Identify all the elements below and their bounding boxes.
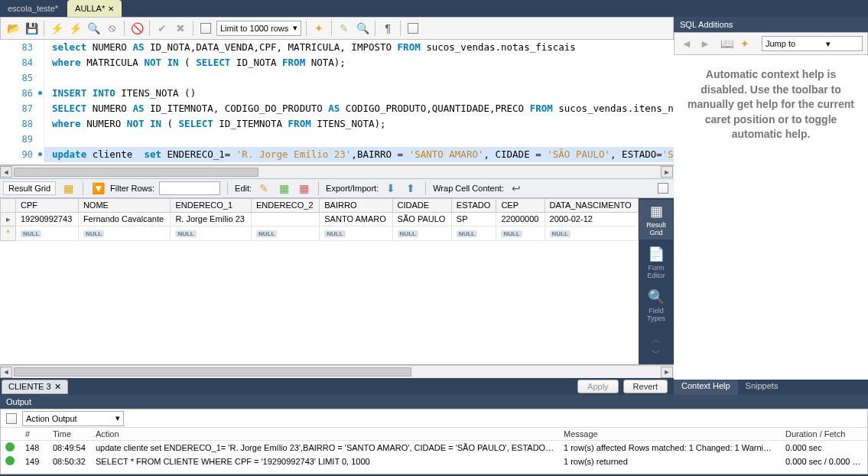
grid-cell[interactable]: NULL (451, 226, 496, 240)
explain-icon[interactable]: 🔍 (86, 21, 101, 36)
output-type-dropdown[interactable]: Action Output ▾ (22, 411, 124, 426)
column-header[interactable]: CEP (496, 198, 545, 212)
search-icon[interactable]: 🔍 (355, 21, 370, 36)
filter-icon[interactable]: 🔽 (90, 181, 106, 196)
commit-off-icon[interactable]: 🚫 (129, 21, 145, 36)
import-icon[interactable]: ⬆ (403, 181, 418, 196)
nav-fwd-icon[interactable]: ► (697, 36, 713, 51)
tab-inactive[interactable]: escola_teste* (0, 0, 66, 17)
panel-toggle-icon[interactable] (655, 181, 671, 196)
output-row[interactable]: 14808:49:54update cliente set ENDERECO_1… (1, 441, 867, 455)
execute-current-icon[interactable]: ⚡ (67, 21, 83, 36)
brush-icon[interactable]: ✎ (336, 21, 352, 36)
edit-icon[interactable]: ✎ (256, 181, 271, 196)
filter-input[interactable] (159, 181, 220, 195)
grid-cell[interactable] (251, 212, 319, 226)
output-view-icon[interactable] (4, 411, 19, 426)
sql-editor[interactable]: 8384858687888990 select NUMERO AS ID_NOT… (0, 40, 674, 165)
execute-icon[interactable]: ⚡ (49, 21, 64, 36)
result-grid[interactable]: CPFNOMEENDERECO_1ENDERECO_2BAIRROCIDADEE… (0, 198, 639, 365)
side-collapse-icon[interactable]: ︿﹀ (652, 334, 661, 360)
output-header: # (21, 428, 48, 441)
scroll-left-icon[interactable]: ◄ (0, 166, 12, 178)
grid-cell[interactable]: R. Jorge Emílio 23 (171, 212, 252, 226)
result-toolbar: Result Grid ▦ 🔽 Filter Rows: Edit: ✎ ▦ ▦… (0, 178, 674, 198)
close-icon[interactable]: ✕ (54, 382, 61, 392)
editor-toolbar: 📂 💾 ⚡ ⚡ 🔍 ⦸ 🚫 ✔ ✖ Limit to 1000 rows ▾ ✦… (0, 17, 674, 40)
grid-cell[interactable]: NULL (320, 226, 392, 240)
stop-icon[interactable]: ⦸ (104, 21, 119, 36)
code-lines[interactable]: select NUMERO AS ID_NOTA,DATA_VENDA,CPF,… (44, 40, 674, 165)
tab-snippets[interactable]: Snippets (738, 380, 786, 395)
grid-cell[interactable]: NULL (545, 226, 638, 240)
close-icon[interactable]: ✕ (108, 5, 114, 13)
wrap-toggle-icon[interactable]: ↩ (509, 181, 524, 196)
beautify-icon[interactable]: ✦ (311, 21, 327, 36)
tab-active[interactable]: AULLA* ✕ (67, 0, 122, 17)
right-bottom-tabs: Context Help Snippets (674, 380, 868, 395)
output-row[interactable]: 14908:50:32SELECT * FROM CLIENTE WHERE C… (1, 455, 867, 468)
side-tab-form-editor[interactable]: 📄Form Editor (639, 243, 673, 282)
result-tab[interactable]: CLIENTE 3 ✕ (2, 380, 68, 394)
editor-hscroll[interactable]: ◄ ► (0, 165, 674, 178)
help-icon[interactable]: 📖 (719, 36, 734, 51)
right-panel-title: SQL Additions (674, 17, 868, 32)
column-header[interactable]: ENDERECO_2 (251, 198, 319, 212)
jump-dropdown[interactable]: Jump to ▾ (762, 36, 863, 51)
grid-cell[interactable]: SP (451, 212, 496, 226)
row-selector[interactable]: ▸ (1, 212, 16, 226)
grid-hscroll[interactable]: ◄ ► (0, 365, 674, 378)
column-header[interactable]: BAIRRO (320, 198, 392, 212)
grid-cell[interactable]: NULL (496, 226, 545, 240)
output-header: Duration / Fetch (781, 428, 867, 441)
grid-cell[interactable]: NULL (78, 226, 171, 240)
grid-cell[interactable]: 22000000 (496, 212, 545, 226)
column-header[interactable]: CIDADE (392, 198, 451, 212)
save-icon[interactable]: 💾 (24, 21, 39, 36)
scroll-left-icon[interactable]: ◄ (0, 367, 12, 378)
scroll-right-icon[interactable]: ► (661, 367, 673, 378)
scroll-thumb[interactable] (14, 168, 258, 177)
apply-button[interactable]: Apply (577, 380, 619, 393)
column-header[interactable]: DATA_NASCIMENTO (545, 198, 638, 212)
row-selector[interactable]: * (1, 226, 16, 240)
side-tab-field-types[interactable]: 🔍Field Types (639, 285, 673, 325)
grid-cell[interactable]: 2000-02-12 (545, 212, 638, 226)
types-icon: 🔍 (648, 289, 665, 305)
wrap-icon[interactable] (405, 21, 421, 36)
grid-cell[interactable]: NULL (16, 226, 79, 240)
column-header[interactable]: NOME (78, 198, 171, 212)
open-icon[interactable]: 📂 (5, 21, 21, 36)
side-tab-result-grid[interactable]: ▦Result Grid (639, 200, 673, 240)
grid-cell[interactable]: NULL (171, 226, 252, 240)
autocommit-icon[interactable] (198, 21, 213, 36)
result-grid-label: Result Grid (3, 181, 56, 195)
gutter: 8384858687888990 (0, 40, 44, 165)
edit-add-icon[interactable]: ▦ (276, 181, 291, 196)
scroll-thumb[interactable] (14, 367, 411, 377)
column-header[interactable]: ENDERECO_1 (171, 198, 252, 212)
auto-help-icon[interactable]: ✦ (737, 36, 753, 51)
export-icon[interactable]: ⬇ (383, 181, 398, 196)
grid-cell[interactable]: Fernando Cavalcante (78, 212, 171, 226)
scroll-right-icon[interactable]: ► (661, 166, 673, 178)
grid-cell[interactable]: NULL (251, 226, 319, 240)
rollback-icon[interactable]: ✖ (173, 21, 188, 36)
output-panel: Output Action Output ▾ #TimeActionMessag… (0, 395, 868, 476)
revert-button[interactable]: Revert (623, 380, 668, 393)
grid-cell[interactable]: SÃO PAULO (392, 212, 451, 226)
grid-cell[interactable]: SANTO AMARO (320, 212, 392, 226)
edit-label: Edit: (235, 184, 252, 193)
invisible-icon[interactable]: ¶ (380, 21, 395, 36)
result-grid-icon[interactable]: ▦ (60, 181, 76, 196)
tab-context-help[interactable]: Context Help (674, 380, 738, 395)
nav-back-icon[interactable]: ◄ (679, 36, 694, 51)
status-ok-icon (5, 456, 15, 465)
limit-rows-dropdown[interactable]: Limit to 1000 rows ▾ (216, 21, 301, 36)
column-header[interactable]: ESTADO (451, 198, 496, 212)
column-header[interactable]: CPF (16, 198, 79, 212)
grid-cell[interactable]: 19290992743 (16, 212, 79, 226)
edit-del-icon[interactable]: ▦ (296, 181, 311, 196)
grid-cell[interactable]: NULL (392, 226, 451, 240)
commit-icon[interactable]: ✔ (154, 21, 170, 36)
